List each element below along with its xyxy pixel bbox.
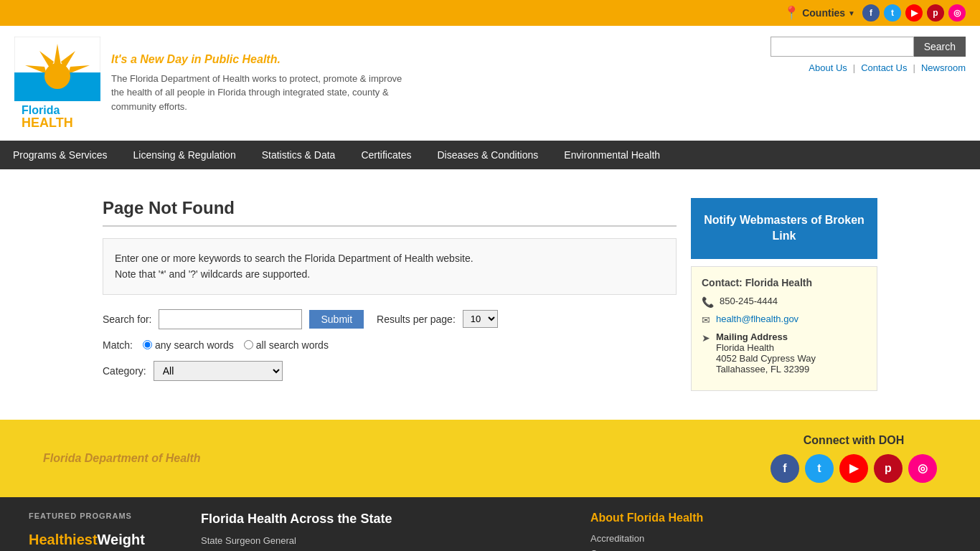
youtube-icon-top[interactable]: ▶ [905,4,923,22]
email-icon: ✉ [702,314,710,326]
footer-across-col: Florida Health Across the State State Su… [201,512,562,551]
featured-programs-label: FEATURED PROGRAMS [29,512,172,520]
florida-health-logo[interactable]: Florida HEALTH [14,37,100,130]
healthiest-weight-logo[interactable]: HealthiestWeight [29,532,172,548]
search-input[interactable] [771,37,914,57]
contact-title: Contact: Florida Health [702,277,867,288]
counties-label: Counties [802,7,845,19]
nav-programs-services[interactable]: Programs & Services [0,141,120,169]
phone-number: 850-245-4444 [720,296,778,306]
map-icon: 📍 [783,5,799,21]
match-any-radio[interactable] [143,340,152,349]
pinterest-icon-footer[interactable]: p [874,454,903,483]
nav-diseases-conditions[interactable]: Diseases & Conditions [424,141,551,169]
logo-text: It's a New Day in Public Health. The Flo… [111,53,413,114]
header-links: About Us | Contact Us | Newsroom [809,62,966,73]
submit-button[interactable]: Submit [309,310,364,329]
mailing-street: 4052 Bald Cypress Way [716,353,816,364]
header: Florida HEALTH It's a New Day in Public … [0,26,980,141]
sidebar: Notify Webmasters of Broken Link Contact… [691,198,877,391]
nav-certificates[interactable]: Certificates [348,141,424,169]
social-icons-top: f t ▶ p ◎ [862,4,966,22]
pinterest-icon-top[interactable]: p [927,4,944,22]
match-all-radio[interactable] [244,340,253,349]
top-bar: 📍 Counties ▼ f t ▶ p ◎ [0,0,980,26]
nav-statistics-data[interactable]: Statistics & Data [249,141,349,169]
match-row: Match: any search words all search words [103,339,677,351]
logo-area: Florida HEALTH It's a New Day in Public … [14,37,413,130]
search-area: Search [771,37,966,57]
mailing-city: Tallahassee, FL 32399 [716,364,816,375]
twitter-icon-footer[interactable]: t [805,454,834,483]
contact-us-link[interactable]: Contact Us [861,62,907,73]
tagline: It's a New Day in Public Health. [111,53,413,66]
svg-point-7 [44,63,70,89]
dept-name: Florida Department of Health [43,452,201,465]
match-any-text: any search words [155,339,234,351]
separator1: | [853,62,855,73]
hint-line1: Enter one or more keywords to search the… [115,250,664,266]
main-nav: Programs & Services Licensing & Regulati… [0,141,980,169]
about-us-link[interactable]: About Us [809,62,847,73]
header-right: Search About Us | Contact Us | Newsroom [771,37,966,73]
match-any-label[interactable]: any search words [143,339,234,351]
footer-dark: FEATURED PROGRAMS HealthiestWeight Flori… [0,497,980,551]
main-content: Page Not Found Enter one or more keyword… [88,184,892,405]
twitter-icon-top[interactable]: t [884,4,901,22]
keyword-input[interactable] [159,309,302,329]
category-label: Category: [103,365,146,377]
nav-environmental-health[interactable]: Environmental Health [551,141,673,169]
mailing-label: Mailing Address [716,331,816,342]
separator2: | [913,62,915,73]
category-select[interactable]: All [154,361,283,381]
svg-text:Florida: Florida [22,104,60,116]
newsroom-link[interactable]: Newsroom [921,62,966,73]
counties-button[interactable]: 📍 Counties ▼ [783,5,855,21]
connect-section: Connect with DOH f t ▶ p ◎ [771,434,937,483]
youtube-icon-footer[interactable]: ▶ [839,454,868,483]
mailing-org: Florida Health [716,342,816,353]
weight-text: Weight [98,532,145,547]
footer-featured-col: FEATURED PROGRAMS HealthiestWeight [29,512,172,548]
email-link[interactable]: health@flhealth.gov [716,314,798,324]
address-block: Mailing Address Florida Health 4052 Bald… [716,331,816,375]
flickr-icon-top[interactable]: ◎ [948,4,966,22]
description: The Florida Department of Health works t… [111,72,413,114]
careers-link[interactable]: Careers [590,548,951,551]
page-title: Page Not Found [103,198,677,227]
across-title: Florida Health Across the State [201,512,562,527]
content-area: Page Not Found Enter one or more keyword… [103,198,677,381]
match-all-text: all search words [256,339,329,351]
nav-licensing-regulation[interactable]: Licensing & Regulation [120,141,248,169]
accreditation-link[interactable]: Accreditation [590,533,951,544]
search-button[interactable]: Search [914,37,966,57]
svg-text:HEALTH: HEALTH [22,116,73,130]
about-title: About Florida Health [590,512,951,524]
facebook-icon-top[interactable]: f [862,4,880,22]
hint-line2: Note that '*' and '?' wildcards are supp… [115,266,664,282]
footer-about-col: About Florida Health Accreditation Caree… [590,512,951,551]
notify-webmasters-button[interactable]: Notify Webmasters of Broken Link [691,198,877,259]
chevron-down-icon: ▼ [848,9,855,17]
phone-row: 📞 850-245-4444 [702,296,867,308]
address-row: ➤ Mailing Address Florida Health 4052 Ba… [702,331,867,375]
search-for-label: Search for: [103,314,151,325]
results-per-page-label: Results per page: [377,314,456,325]
category-row: Category: All [103,361,677,381]
search-form-row: Search for: Submit Results per page: 10 … [103,309,677,329]
results-per-page-select[interactable]: 10 25 50 [463,310,498,328]
email-row: ✉ health@flhealth.gov [702,314,867,326]
state-surgeon-link[interactable]: State Surgeon General [201,535,562,546]
healthiest-text: Healthiest [29,532,98,547]
match-label: Match: [103,339,133,351]
flickr-icon-footer[interactable]: ◎ [908,454,937,483]
match-all-label[interactable]: all search words [244,339,329,351]
phone-icon: 📞 [702,296,714,308]
address-icon: ➤ [702,332,710,344]
search-hint: Enter one or more keywords to search the… [103,238,677,295]
facebook-icon-footer[interactable]: f [771,454,799,483]
contact-box: Contact: Florida Health 📞 850-245-4444 ✉… [691,266,877,391]
footer-yellow: Florida Department of Health Connect wit… [0,420,980,497]
social-icons-footer: f t ▶ p ◎ [771,454,937,483]
connect-title: Connect with DOH [771,434,937,447]
